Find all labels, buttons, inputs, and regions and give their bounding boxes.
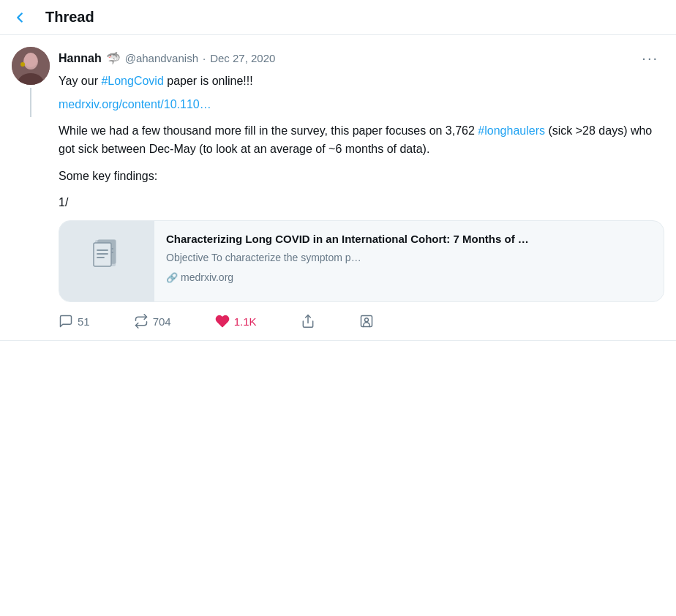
card-domain-row: 🔗 medrxiv.org [166, 270, 652, 285]
avatar-column [12, 47, 50, 117]
thread-line [30, 88, 31, 117]
like-icon [215, 314, 230, 328]
paragraph1-text: While we had a few thousand more fill in… [59, 124, 478, 137]
separator: · [203, 52, 206, 64]
first-line: Yay our #LongCovid paper is online!!! [59, 72, 664, 90]
paragraph2: Some key findings: [59, 168, 664, 186]
avatar-svg [12, 47, 50, 85]
tweet-header-row: Hannah 🦈 @ahandvanish · Dec 27, 2020 ··· [59, 47, 664, 70]
card-preview[interactable]: Characterizing Long COVID in an Internat… [59, 220, 664, 302]
card-icon-area [59, 221, 154, 301]
retweet-action[interactable]: 704 [134, 314, 171, 328]
tweet-date: Dec 27, 2020 [210, 52, 275, 64]
header: Thread [0, 0, 676, 35]
first-line-end: paper is online!!! [164, 75, 253, 87]
card-text-area: Characterizing Long COVID in an Internat… [154, 221, 664, 301]
card-title: Characterizing Long COVID in an Internat… [166, 231, 652, 247]
hashtag-longhaulers[interactable]: #longhaulers [478, 124, 545, 137]
card-domain: medrxiv.org [181, 270, 233, 285]
svg-point-4 [20, 62, 25, 67]
author-name: Hannah [59, 52, 102, 65]
tweet-body: Yay our #LongCovid paper is online!!! me… [59, 72, 664, 302]
paragraph1: While we had a few thousand more fill in… [59, 122, 664, 159]
reply-action[interactable]: 51 [59, 314, 90, 328]
svg-point-16 [364, 318, 368, 322]
avatar[interactable] [12, 47, 50, 85]
tweet-numbering: 1/ [59, 194, 664, 211]
link-icon: 🔗 [166, 271, 178, 285]
like-count: 1.1K [234, 315, 257, 328]
reply-count: 51 [78, 315, 90, 328]
author-handle[interactable]: @ahandvanish [125, 52, 198, 64]
retweet-icon [134, 314, 149, 328]
share-icon [301, 314, 315, 328]
like-action[interactable]: 1.1K [215, 314, 257, 328]
tweet-actions: 51 704 [59, 314, 664, 328]
bookmark-action[interactable] [359, 314, 374, 328]
document-icon [89, 237, 124, 285]
avatar-image [12, 47, 50, 85]
reply-icon [59, 314, 73, 328]
back-button[interactable] [12, 10, 28, 26]
first-line-text: Yay our [59, 75, 101, 87]
retweet-count: 704 [153, 315, 171, 328]
author-info: Hannah 🦈 @ahandvanish · Dec 27, 2020 [59, 51, 275, 65]
tweet-top: Hannah 🦈 @ahandvanish · Dec 27, 2020 ···… [12, 47, 664, 328]
share-action[interactable] [301, 314, 315, 328]
svg-rect-15 [361, 316, 372, 327]
card-description: Objective To characterize the symptom p… [166, 251, 652, 266]
page-title: Thread [45, 9, 94, 26]
article-link[interactable]: medrxiv.org/content/10.110… [59, 96, 664, 113]
bookmark-icon [359, 314, 374, 328]
author-emoji: 🦈 [106, 51, 121, 65]
more-button[interactable]: ··· [636, 47, 664, 70]
svg-point-3 [24, 53, 37, 67]
tweet-container: Hannah 🦈 @ahandvanish · Dec 27, 2020 ···… [0, 35, 676, 341]
svg-rect-10 [94, 243, 111, 266]
tweet-content: Hannah 🦈 @ahandvanish · Dec 27, 2020 ···… [59, 47, 664, 328]
back-arrow-icon [12, 10, 28, 26]
hashtag-longcovid[interactable]: #LongCovid [101, 75, 163, 87]
